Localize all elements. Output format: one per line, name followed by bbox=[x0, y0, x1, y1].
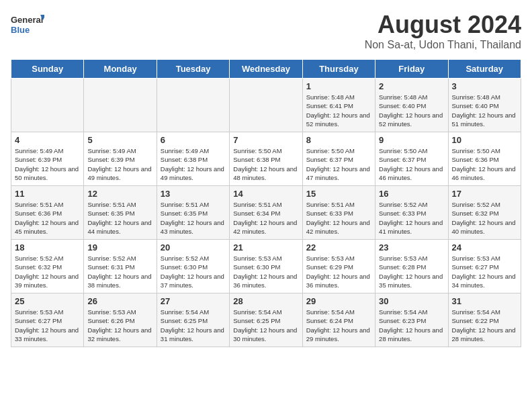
calendar-cell: 3Sunrise: 5:48 AM Sunset: 6:40 PM Daylig… bbox=[448, 79, 521, 132]
date-number: 3 bbox=[452, 81, 517, 91]
date-number: 17 bbox=[452, 189, 517, 199]
cell-info: Sunrise: 5:53 AM Sunset: 6:30 PM Dayligh… bbox=[233, 254, 298, 289]
calendar-cell: 26Sunrise: 5:53 AM Sunset: 6:26 PM Dayli… bbox=[84, 293, 157, 347]
date-number: 28 bbox=[233, 296, 298, 306]
calendar-cell: 25Sunrise: 5:53 AM Sunset: 6:27 PM Dayli… bbox=[11, 293, 84, 347]
date-number: 4 bbox=[15, 135, 80, 145]
date-number: 22 bbox=[306, 242, 371, 253]
sub-title: Non Sa-at, Udon Thani, Thailand bbox=[365, 39, 521, 51]
date-number: 19 bbox=[87, 242, 152, 253]
header: General Blue August 2024 Non Sa-at, Udon… bbox=[11, 11, 521, 51]
cell-info: Sunrise: 5:50 AM Sunset: 6:37 PM Dayligh… bbox=[379, 146, 444, 182]
cell-info: Sunrise: 5:54 AM Sunset: 6:22 PM Dayligh… bbox=[452, 308, 517, 343]
date-number: 27 bbox=[161, 296, 226, 306]
cell-info: Sunrise: 5:51 AM Sunset: 6:34 PM Dayligh… bbox=[233, 200, 298, 236]
date-number: 1 bbox=[306, 81, 371, 91]
calendar-cell: 7Sunrise: 5:50 AM Sunset: 6:38 PM Daylig… bbox=[230, 132, 302, 186]
logo-icon: General Blue bbox=[11, 11, 44, 38]
date-number: 11 bbox=[15, 189, 80, 199]
cell-info: Sunrise: 5:54 AM Sunset: 6:25 PM Dayligh… bbox=[161, 308, 226, 343]
date-number: 10 bbox=[452, 135, 517, 145]
calendar-cell: 20Sunrise: 5:52 AM Sunset: 6:30 PM Dayli… bbox=[157, 240, 229, 293]
cell-info: Sunrise: 5:54 AM Sunset: 6:24 PM Dayligh… bbox=[306, 308, 371, 343]
calendar-cell: 19Sunrise: 5:52 AM Sunset: 6:31 PM Dayli… bbox=[84, 240, 157, 293]
calendar-cell: 15Sunrise: 5:51 AM Sunset: 6:33 PM Dayli… bbox=[302, 186, 375, 240]
calendar-cell: 11Sunrise: 5:51 AM Sunset: 6:36 PM Dayli… bbox=[11, 186, 84, 240]
date-number: 5 bbox=[87, 135, 152, 145]
title-area: August 2024 Non Sa-at, Udon Thani, Thail… bbox=[365, 11, 521, 51]
date-number: 20 bbox=[161, 242, 226, 253]
day-header-saturday: Saturday bbox=[448, 60, 521, 79]
calendar-cell bbox=[11, 79, 84, 132]
calendar-cell: 27Sunrise: 5:54 AM Sunset: 6:25 PM Dayli… bbox=[157, 293, 229, 347]
date-number: 9 bbox=[379, 135, 444, 145]
calendar-cell: 4Sunrise: 5:49 AM Sunset: 6:39 PM Daylig… bbox=[11, 132, 84, 186]
cell-info: Sunrise: 5:50 AM Sunset: 6:38 PM Dayligh… bbox=[233, 146, 298, 182]
cell-info: Sunrise: 5:49 AM Sunset: 6:39 PM Dayligh… bbox=[15, 146, 80, 182]
calendar-cell: 17Sunrise: 5:52 AM Sunset: 6:32 PM Dayli… bbox=[448, 186, 521, 240]
main-title: August 2024 bbox=[365, 11, 521, 39]
calendar-cell: 5Sunrise: 5:49 AM Sunset: 6:39 PM Daylig… bbox=[84, 132, 157, 186]
cell-info: Sunrise: 5:51 AM Sunset: 6:36 PM Dayligh… bbox=[15, 200, 80, 236]
calendar-cell: 29Sunrise: 5:54 AM Sunset: 6:24 PM Dayli… bbox=[302, 293, 375, 347]
calendar-cell: 10Sunrise: 5:50 AM Sunset: 6:36 PM Dayli… bbox=[448, 132, 521, 186]
calendar-cell: 8Sunrise: 5:50 AM Sunset: 6:37 PM Daylig… bbox=[302, 132, 375, 186]
cell-info: Sunrise: 5:53 AM Sunset: 6:28 PM Dayligh… bbox=[379, 254, 444, 289]
cell-info: Sunrise: 5:48 AM Sunset: 6:41 PM Dayligh… bbox=[306, 93, 371, 128]
date-number: 15 bbox=[306, 189, 371, 199]
calendar-cell: 22Sunrise: 5:53 AM Sunset: 6:29 PM Dayli… bbox=[302, 240, 375, 293]
calendar-cell: 9Sunrise: 5:50 AM Sunset: 6:37 PM Daylig… bbox=[375, 132, 448, 186]
day-header-thursday: Thursday bbox=[302, 60, 375, 79]
date-number: 25 bbox=[15, 296, 80, 306]
cell-info: Sunrise: 5:51 AM Sunset: 6:33 PM Dayligh… bbox=[306, 200, 371, 236]
calendar-cell: 16Sunrise: 5:52 AM Sunset: 6:33 PM Dayli… bbox=[375, 186, 448, 240]
cell-info: Sunrise: 5:49 AM Sunset: 6:38 PM Dayligh… bbox=[161, 146, 226, 182]
date-number: 2 bbox=[379, 81, 444, 91]
date-number: 23 bbox=[379, 242, 444, 253]
cell-info: Sunrise: 5:53 AM Sunset: 6:27 PM Dayligh… bbox=[452, 254, 517, 289]
calendar-cell bbox=[230, 79, 302, 132]
cell-info: Sunrise: 5:52 AM Sunset: 6:32 PM Dayligh… bbox=[452, 200, 517, 236]
logo: General Blue bbox=[11, 11, 44, 38]
date-number: 30 bbox=[379, 296, 444, 306]
date-number: 21 bbox=[233, 242, 298, 253]
day-header-wednesday: Wednesday bbox=[230, 60, 302, 79]
date-number: 18 bbox=[15, 242, 80, 253]
date-number: 14 bbox=[233, 189, 298, 199]
cell-info: Sunrise: 5:54 AM Sunset: 6:25 PM Dayligh… bbox=[233, 308, 298, 343]
day-header-tuesday: Tuesday bbox=[157, 60, 229, 79]
cell-info: Sunrise: 5:52 AM Sunset: 6:30 PM Dayligh… bbox=[161, 254, 226, 289]
svg-text:General: General bbox=[11, 15, 43, 25]
date-number: 31 bbox=[452, 296, 517, 306]
cell-info: Sunrise: 5:52 AM Sunset: 6:32 PM Dayligh… bbox=[15, 254, 80, 289]
cell-info: Sunrise: 5:53 AM Sunset: 6:29 PM Dayligh… bbox=[306, 254, 371, 289]
date-number: 26 bbox=[87, 296, 152, 306]
cell-info: Sunrise: 5:48 AM Sunset: 6:40 PM Dayligh… bbox=[379, 93, 444, 128]
day-header-sunday: Sunday bbox=[11, 60, 84, 79]
cell-info: Sunrise: 5:50 AM Sunset: 6:37 PM Dayligh… bbox=[306, 146, 371, 182]
calendar-cell: 18Sunrise: 5:52 AM Sunset: 6:32 PM Dayli… bbox=[11, 240, 84, 293]
calendar-cell: 30Sunrise: 5:54 AM Sunset: 6:23 PM Dayli… bbox=[375, 293, 448, 347]
calendar-cell: 31Sunrise: 5:54 AM Sunset: 6:22 PM Dayli… bbox=[448, 293, 521, 347]
calendar-cell: 13Sunrise: 5:51 AM Sunset: 6:35 PM Dayli… bbox=[157, 186, 229, 240]
cell-info: Sunrise: 5:50 AM Sunset: 6:36 PM Dayligh… bbox=[452, 146, 517, 182]
date-number: 6 bbox=[161, 135, 226, 145]
cell-info: Sunrise: 5:53 AM Sunset: 6:26 PM Dayligh… bbox=[87, 308, 152, 343]
cell-info: Sunrise: 5:52 AM Sunset: 6:33 PM Dayligh… bbox=[379, 200, 444, 236]
date-number: 16 bbox=[379, 189, 444, 199]
date-number: 29 bbox=[306, 296, 371, 306]
cell-info: Sunrise: 5:51 AM Sunset: 6:35 PM Dayligh… bbox=[161, 200, 226, 236]
calendar-cell: 21Sunrise: 5:53 AM Sunset: 6:30 PM Dayli… bbox=[230, 240, 302, 293]
cell-info: Sunrise: 5:49 AM Sunset: 6:39 PM Dayligh… bbox=[87, 146, 152, 182]
calendar-cell: 23Sunrise: 5:53 AM Sunset: 6:28 PM Dayli… bbox=[375, 240, 448, 293]
date-number: 7 bbox=[233, 135, 298, 145]
calendar-cell: 1Sunrise: 5:48 AM Sunset: 6:41 PM Daylig… bbox=[302, 79, 375, 132]
calendar-cell: 6Sunrise: 5:49 AM Sunset: 6:38 PM Daylig… bbox=[157, 132, 229, 186]
calendar-table: SundayMondayTuesdayWednesdayThursdayFrid… bbox=[11, 59, 521, 347]
calendar-cell: 2Sunrise: 5:48 AM Sunset: 6:40 PM Daylig… bbox=[375, 79, 448, 132]
date-number: 24 bbox=[452, 242, 517, 253]
cell-info: Sunrise: 5:53 AM Sunset: 6:27 PM Dayligh… bbox=[15, 308, 80, 343]
cell-info: Sunrise: 5:52 AM Sunset: 6:31 PM Dayligh… bbox=[87, 254, 152, 289]
day-header-monday: Monday bbox=[84, 60, 157, 79]
calendar-cell: 12Sunrise: 5:51 AM Sunset: 6:35 PM Dayli… bbox=[84, 186, 157, 240]
